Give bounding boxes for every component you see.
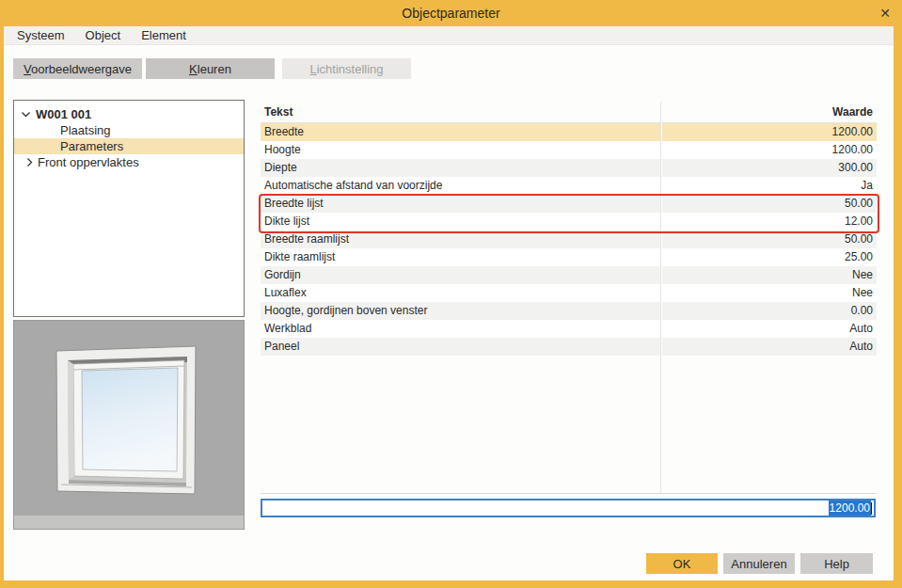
header-waarde: Waarde	[662, 105, 877, 119]
cell-waarde: 1200.00	[662, 141, 877, 159]
cell-tekst: Hoogte	[261, 141, 660, 159]
cell-waarde: Nee	[662, 284, 877, 302]
cell-waarde: 50.00	[662, 195, 877, 213]
cell-tekst: Dikte raamlijst	[261, 248, 660, 266]
table-header: Tekst Waarde	[261, 102, 877, 123]
table-row[interactable]: Gordijn Nee	[261, 266, 877, 284]
cell-tekst: Luxaflex	[261, 284, 660, 302]
table-row[interactable]: Werkblad Auto	[261, 320, 877, 338]
cell-waarde: 12.00	[662, 213, 877, 230]
table-row[interactable]: Hoogte 1200.00	[261, 141, 877, 159]
cell-waarde: 0.00	[662, 302, 877, 320]
table-row[interactable]: Breedte raamlijst 50.00	[261, 230, 877, 248]
cell-tekst: Werkblad	[261, 320, 660, 338]
cell-tekst: Automatische afstand van voorzijde	[261, 177, 660, 195]
voorbeeldweergave-button[interactable]: Voorbeeldweergave	[13, 58, 142, 79]
menubar: Systeem Object Element	[4, 26, 894, 45]
table-row[interactable]: Breedte lijst 50.00	[261, 195, 877, 213]
tree-item[interactable]: Front oppervlaktes	[14, 154, 244, 170]
cell-waarde: 300.00	[662, 159, 877, 177]
window-3d-render	[14, 321, 244, 529]
chevron-right-icon	[24, 157, 35, 167]
cell-tekst: Dikte lijst	[261, 213, 660, 230]
value-input[interactable]: 1200.00	[261, 499, 876, 517]
help-button[interactable]: Help	[800, 553, 873, 574]
cell-waarde: 50.00	[662, 230, 877, 248]
cancel-button[interactable]: Annuleren	[723, 553, 795, 574]
dialog-title: Objectparameter	[0, 6, 902, 21]
lichtinstelling-button: Lichtinstelling	[282, 58, 411, 79]
table-row[interactable]: Diepte 300.00	[261, 159, 877, 177]
cell-waarde: Nee	[662, 266, 877, 284]
cell-waarde: 25.00	[662, 248, 877, 266]
cell-waarde: Auto	[662, 338, 877, 356]
selected-text: 1200.00	[829, 501, 871, 516]
cell-waarde: 1200.00	[662, 123, 877, 141]
table-row[interactable]: Dikte lijst 12.00	[261, 213, 877, 230]
close-icon[interactable]: ✕	[879, 5, 891, 22]
cell-tekst: Breedte lijst	[261, 195, 660, 213]
ok-button[interactable]: OK	[646, 553, 718, 574]
object-preview	[13, 320, 245, 530]
table-row[interactable]: Paneel Auto	[261, 338, 877, 356]
table-row[interactable]: Automatische afstand van voorzijde Ja	[261, 177, 877, 195]
tree-item[interactable]: Parameters	[14, 138, 244, 154]
menu-element[interactable]: Element	[141, 28, 186, 42]
window-border-left	[0, 26, 4, 588]
table-row[interactable]: Dikte raamlijst 25.00	[261, 248, 877, 266]
chevron-down-icon	[21, 109, 31, 119]
object-tree-panel: W001 001 Plaatsing Parameters Front oppe…	[13, 100, 245, 317]
table-row[interactable]: Breedte 1200.00	[261, 123, 877, 141]
tree-root-w001-001[interactable]: W001 001	[14, 105, 244, 122]
objectparameter-dialog: Objectparameter ✕ Systeem Object Element…	[0, 0, 902, 588]
table-row[interactable]: Hoogte, gordijnen boven venster 0.00	[261, 302, 877, 320]
cell-waarde: Ja	[662, 177, 877, 195]
tree-item-label: Plaatsing	[60, 123, 110, 137]
cell-tekst: Breedte raamlijst	[261, 230, 660, 248]
table-row[interactable]: Luxaflex Nee	[261, 284, 877, 302]
table-body: Breedte 1200.00 Hoogte 1200.00 Diepte 30…	[261, 123, 877, 356]
header-tekst: Tekst	[261, 105, 660, 119]
text-caret	[871, 502, 872, 515]
menu-systeem[interactable]: Systeem	[17, 28, 65, 42]
parameter-table: Tekst Waarde Breedte 1200.00 Hoogte 1200…	[261, 102, 877, 494]
tree-item[interactable]: Plaatsing	[14, 122, 244, 138]
cell-tekst: Breedte	[261, 123, 660, 141]
menu-object[interactable]: Object	[86, 28, 121, 42]
cell-tekst: Hoogte, gordijnen boven venster	[261, 302, 660, 320]
kleuren-button[interactable]: Kleuren	[146, 58, 275, 79]
cell-tekst: Diepte	[261, 159, 660, 177]
window-border-right	[894, 26, 902, 588]
cell-tekst: Gordijn	[261, 266, 660, 284]
window-border-bottom	[0, 580, 902, 588]
cell-tekst: Paneel	[261, 338, 660, 356]
tree-root-label: W001 001	[36, 107, 91, 121]
tree-item-label: Front oppervlaktes	[38, 155, 139, 169]
titlebar[interactable]: Objectparameter ✕	[0, 0, 902, 26]
cell-waarde: Auto	[662, 320, 877, 338]
tree-item-label: Parameters	[60, 139, 123, 153]
